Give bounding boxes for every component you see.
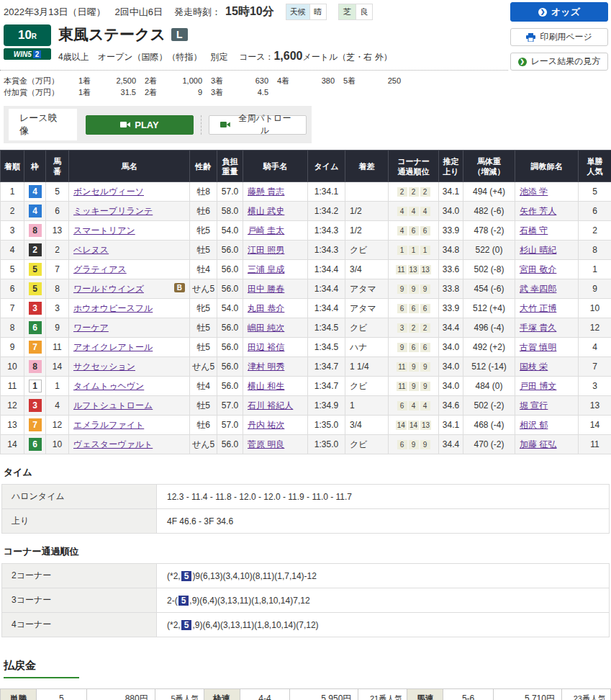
odds-button[interactable]: ❯ オッズ xyxy=(510,2,608,22)
corner-position-badge: 1 xyxy=(397,246,407,255)
jockey-link[interactable]: 横山 和生 xyxy=(248,381,284,391)
jockey-link[interactable]: 田辺 裕信 xyxy=(248,342,284,352)
finish-time: 1:34.7 xyxy=(308,377,345,396)
horse-name-link[interactable]: アオイクレアトール xyxy=(73,342,153,352)
horse-name-cell: ヴェスターヴァルト xyxy=(69,435,190,454)
jockey-link[interactable]: 丸田 恭介 xyxy=(248,303,284,313)
frame-badge: 4 xyxy=(29,205,42,217)
horse-number: 5 xyxy=(46,182,69,202)
trainer-link[interactable]: 国枝 栄 xyxy=(520,362,548,372)
horse-name-link[interactable]: グラティアス xyxy=(73,264,127,274)
win5-badge: WIN52 xyxy=(4,48,51,60)
weight-carried: 56.0 xyxy=(217,279,243,299)
corner-row: 4コーナー (*2,5,9)(6,4)(3,13,11)(1,8,10,14)(… xyxy=(2,613,610,637)
horse-weight: 492 (+2) xyxy=(463,338,515,357)
jockey-link[interactable]: 江田 照男 xyxy=(248,245,284,255)
sex-age: せん5 xyxy=(190,279,217,299)
trainer-link[interactable]: 手塚 貴久 xyxy=(520,323,556,333)
horse-name-link[interactable]: ルフトシュトローム xyxy=(73,400,153,410)
frame-cell: 5 xyxy=(24,279,46,299)
horse-name-cell: タイムトゥヘヴン xyxy=(69,377,190,396)
trainer-link[interactable]: 戸田 博文 xyxy=(520,381,556,391)
finish-position: 11 xyxy=(1,377,24,396)
trainer-link[interactable]: 古賀 慎明 xyxy=(520,342,556,352)
margin: 1/2 xyxy=(345,221,389,241)
column-header: 馬 番 xyxy=(46,151,69,182)
margin: 1/2 xyxy=(345,202,389,221)
horse-name-link[interactable]: ワールドウインズ xyxy=(73,284,144,294)
jockey-link[interactable]: 藤懸 貴志 xyxy=(248,187,284,197)
jockey-link[interactable]: 田中 勝春 xyxy=(248,284,284,294)
trainer-link[interactable]: 杉山 晴紀 xyxy=(520,245,556,255)
winner-highlight: 5 xyxy=(178,596,189,606)
patrol-video-button[interactable]: 全周パトロール xyxy=(209,115,307,135)
horse-number: 13 xyxy=(46,221,69,241)
trainer-link[interactable]: 石橋 守 xyxy=(520,225,548,235)
horse-name-link[interactable]: ボンセルヴィーソ xyxy=(73,187,144,197)
corner-position-badge: 9 xyxy=(409,284,419,294)
jockey-link[interactable]: 丹内 祐次 xyxy=(248,420,284,430)
horse-name-link[interactable]: サクセッション xyxy=(73,362,135,372)
horse-name-link[interactable]: ホウオウピースフル xyxy=(73,303,153,313)
play-button[interactable]: PLAY xyxy=(86,115,194,135)
print-page-button[interactable]: 印刷用ページ xyxy=(510,28,608,46)
horse-number: 1 xyxy=(46,377,69,396)
column-header: 枠 xyxy=(24,151,46,182)
corner-position-badge: 3 xyxy=(397,323,407,333)
margin xyxy=(345,182,389,202)
margin: 3/4 xyxy=(345,260,389,279)
horse-name-link[interactable]: タイムトゥヘヴン xyxy=(73,381,144,391)
horse-weight: 512 (+4) xyxy=(463,299,515,318)
frame-cell: 1 xyxy=(24,377,46,396)
trainer-link[interactable]: 宮田 敬介 xyxy=(520,264,556,274)
prize-main-label: 本賞金（万円） xyxy=(4,75,70,86)
corner-table: 2コーナー (*2,5)9(6,13)(3,4,10)(8,11)(1,7,14… xyxy=(1,563,610,637)
results-header-row: 着順枠馬 番馬名性齢負担 重量騎手名タイム着差コーナー 通過順位推定 上り馬体重… xyxy=(1,151,611,182)
jockey-link[interactable]: 津村 明秀 xyxy=(248,362,284,372)
trainer-link[interactable]: 加藤 征弘 xyxy=(520,439,556,449)
trainer-cell: 相沢 郁 xyxy=(515,416,579,435)
trainer-cell: 加藤 征弘 xyxy=(515,435,579,454)
corner-position-badge: 11 xyxy=(396,265,406,274)
trainer-cell: 石橋 守 xyxy=(515,221,579,241)
trainer-link[interactable]: 相沢 郁 xyxy=(520,420,548,430)
horse-name-link[interactable]: ヴェスターヴァルト xyxy=(73,439,153,449)
trainer-link[interactable]: 武 幸四郎 xyxy=(520,284,556,294)
frame-cell: 4 xyxy=(24,182,46,202)
race-number-suffix: R xyxy=(32,32,37,40)
horse-name-link[interactable]: ベレヌス xyxy=(73,245,109,255)
trainer-link[interactable]: 大竹 正博 xyxy=(520,303,556,313)
horse-name-link[interactable]: ワーケア xyxy=(73,323,109,333)
win-popularity: 13 xyxy=(579,396,611,416)
weight-carried: 56.0 xyxy=(217,435,243,454)
results-guide-button[interactable]: ❯ レース結果の見方 xyxy=(510,53,608,71)
horse-name-cell: エメラルファイト xyxy=(69,416,190,435)
jockey-link[interactable]: 嶋田 純次 xyxy=(248,323,284,333)
sex-age: 牡5 xyxy=(190,241,217,260)
trainer-link[interactable]: 池添 学 xyxy=(520,187,548,197)
video-camera-icon xyxy=(220,121,230,128)
jockey-link[interactable]: 戸崎 圭太 xyxy=(248,225,284,235)
result-row: 14610ヴェスターヴァルトせん556.0菅原 明良1:35.0クビ69934.… xyxy=(1,435,611,454)
horse-number: 4 xyxy=(46,396,69,416)
finish-time: 1:35.0 xyxy=(308,435,345,454)
jockey-link[interactable]: 三浦 皇成 xyxy=(248,264,284,274)
weather-label: 天候 xyxy=(286,4,309,20)
jockey-link[interactable]: 横山 武史 xyxy=(248,206,284,216)
finish-position: 7 xyxy=(1,299,24,318)
win-popularity: 4 xyxy=(579,338,611,357)
corner-positions: 1199 xyxy=(389,357,439,377)
trainer-link[interactable]: 堀 宣行 xyxy=(520,400,548,410)
horse-number: 10 xyxy=(46,435,69,454)
jockey-link[interactable]: 菅原 明良 xyxy=(248,439,284,449)
horse-name-link[interactable]: スマートリアン xyxy=(73,225,135,235)
jockey-link[interactable]: 石川 裕紀人 xyxy=(248,400,293,410)
finish-time: 1:35.0 xyxy=(308,416,345,435)
estimated-last-3f: 34.8 xyxy=(439,241,463,260)
horse-name-cell: ワールドウインズB xyxy=(69,279,190,299)
column-header: 調教師名 xyxy=(515,151,579,182)
horse-name-link[interactable]: エメラルファイト xyxy=(73,420,144,430)
trainer-link[interactable]: 矢作 芳人 xyxy=(520,206,556,216)
horse-name-link[interactable]: ミッキーブリランテ xyxy=(73,206,153,216)
corner-value: 2-(5,9)(6,4)(3,13,11)(1,8,10,14)7,12 xyxy=(157,588,610,613)
